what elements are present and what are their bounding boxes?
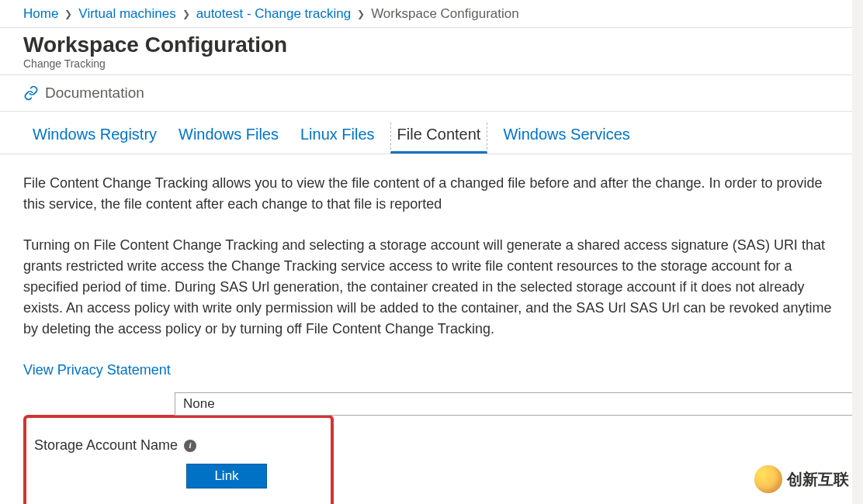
- breadcrumb-home[interactable]: Home: [23, 6, 58, 22]
- tab-linux-files[interactable]: Linux Files: [300, 123, 375, 154]
- documentation-link[interactable]: Documentation: [0, 75, 863, 112]
- chevron-right-icon: ❯: [182, 9, 190, 19]
- link-button[interactable]: Link: [186, 464, 267, 488]
- storage-account-highlight: Storage Account Name i Link: [23, 415, 334, 504]
- privacy-statement-link[interactable]: View Privacy Statement: [23, 360, 840, 381]
- brand-badge: 创新互联: [754, 465, 849, 493]
- link-icon: [23, 85, 39, 101]
- info-icon[interactable]: i: [184, 440, 196, 452]
- breadcrumb-current: Workspace Configuration: [371, 6, 519, 22]
- brand-text: 创新互联: [787, 469, 849, 490]
- tab-windows-services[interactable]: Windows Services: [503, 123, 629, 154]
- chevron-right-icon: ❯: [357, 9, 365, 19]
- description-paragraph-1: File Content Change Tracking allows you …: [23, 173, 840, 215]
- storage-account-input-wrap: [175, 392, 863, 416]
- storage-account-label: Storage Account Name: [34, 435, 178, 456]
- title-bar: Workspace Configuration Change Tracking: [0, 28, 863, 75]
- tab-file-content[interactable]: File Content: [390, 123, 488, 154]
- breadcrumb-virtual-machines[interactable]: Virtual machines: [78, 6, 175, 22]
- breadcrumb-autotest[interactable]: autotest - Change tracking: [196, 6, 351, 22]
- tab-windows-registry[interactable]: Windows Registry: [33, 123, 157, 154]
- breadcrumb: Home ❯ Virtual machines ❯ autotest - Cha…: [0, 0, 863, 28]
- brand-icon: [754, 465, 782, 493]
- vertical-scrollbar[interactable]: [852, 0, 863, 504]
- tab-windows-files[interactable]: Windows Files: [178, 123, 279, 154]
- tab-bar: Windows Registry Windows Files Linux Fil…: [0, 112, 863, 154]
- page-title: Workspace Configuration: [23, 33, 840, 57]
- storage-account-input[interactable]: [175, 392, 863, 416]
- content-area: File Content Change Tracking allows you …: [0, 154, 863, 504]
- description-paragraph-2: Turning on File Content Change Tracking …: [23, 235, 840, 340]
- documentation-label: Documentation: [45, 85, 144, 102]
- chevron-right-icon: ❯: [64, 9, 72, 19]
- page-subtitle: Change Tracking: [23, 57, 840, 70]
